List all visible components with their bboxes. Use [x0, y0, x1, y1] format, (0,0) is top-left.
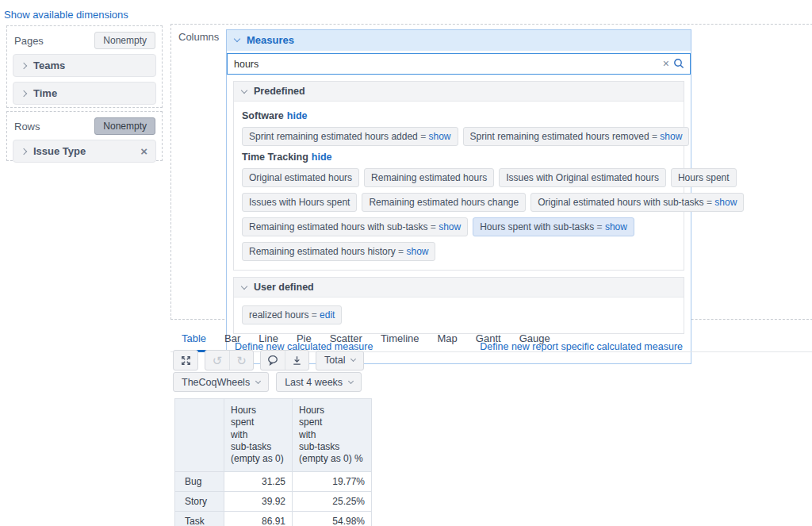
tab-pie[interactable]: Pie: [295, 327, 313, 352]
equals-sign: =: [594, 221, 605, 232]
measure-chip[interactable]: Remaining estimated hours with sub-tasks…: [242, 217, 468, 236]
search-icon[interactable]: [672, 57, 685, 70]
measure-chip[interactable]: Issues with Original estimated hours: [499, 168, 666, 187]
section-header[interactable]: Predefined: [234, 82, 684, 102]
measures-section-user-defined: User definedrealized hours = edit: [233, 277, 684, 334]
rows-dimension-issue-type[interactable]: Issue Type×: [13, 140, 156, 163]
measure-group-heading: Time Trackinghide: [242, 152, 676, 163]
chevron-right-icon: [21, 148, 27, 154]
report-toolbar: ↺ ↻ Total: [173, 350, 364, 371]
comment-icon[interactable]: [261, 351, 285, 370]
clear-search-icon[interactable]: ×: [663, 57, 669, 70]
measure-chip[interactable]: Remaining estimated hours change: [362, 193, 526, 212]
total-dropdown[interactable]: Total: [316, 351, 364, 371]
tab-timeline[interactable]: Timeline: [379, 327, 421, 352]
equals-sign: =: [427, 221, 439, 232]
measure-chip[interactable]: Hours spent: [671, 168, 737, 187]
tab-map[interactable]: Map: [436, 327, 459, 352]
measure-edit-link[interactable]: edit: [320, 309, 335, 321]
group-hide-link[interactable]: hide: [287, 110, 308, 121]
measure-show-link[interactable]: show: [605, 221, 627, 232]
pages-nonempty-button[interactable]: Nonempty: [94, 32, 155, 49]
section-title: Predefined: [254, 86, 305, 97]
measure-show-link[interactable]: show: [714, 197, 737, 208]
chevron-right-icon: [21, 62, 27, 68]
measures-header[interactable]: Measures: [227, 30, 691, 51]
equals-sign: =: [704, 197, 715, 208]
table-row: Story39.9225.25%: [175, 491, 372, 511]
tab-table[interactable]: Table: [180, 327, 208, 352]
chip-row: Remaining estimated hours history = show: [242, 242, 676, 261]
undo-icon[interactable]: ↺: [205, 351, 229, 370]
equals-sign: =: [396, 246, 407, 257]
column-header: Hoursspentwithsub-tasks(empty as 0): [224, 399, 293, 472]
filter-dropdown-last-4-weeks[interactable]: Last 4 weeks: [276, 372, 362, 392]
section-body: SoftwarehideSprint remaining estimated h…: [234, 102, 684, 270]
pages-dimension-time[interactable]: Time: [13, 82, 156, 105]
chevron-down-icon: [348, 378, 354, 383]
table-row: Bug31.2519.77%: [175, 471, 372, 491]
columns-drop-area: Columns Measures × PredefinedSoftwarehid…: [170, 24, 812, 320]
measures-section-predefined: PredefinedSoftwarehideSprint remaining e…: [233, 81, 684, 271]
tab-gauge[interactable]: Gauge: [518, 327, 552, 352]
measure-chip[interactable]: Sprint remaining estimated hours added =…: [242, 127, 458, 146]
measure-chip[interactable]: Issues with Hours spent: [242, 193, 357, 212]
measure-chip[interactable]: Original estimated hours with sub-tasks …: [530, 193, 744, 212]
chip-row: Original estimated hoursRemaining estima…: [242, 168, 676, 187]
equals-sign: =: [418, 131, 429, 142]
measure-search-input[interactable]: [227, 53, 691, 75]
row-header: Task: [175, 511, 224, 526]
cell-value: 86.91: [224, 511, 293, 526]
view-tab-bar: TableBarLinePieScatterTimelineMapGanttGa…: [170, 327, 812, 352]
measure-show-link[interactable]: show: [428, 131, 450, 142]
equals-sign: =: [649, 131, 661, 142]
measure-show-link[interactable]: show: [406, 246, 428, 257]
cell-value: 39.92: [224, 491, 293, 511]
expand-icon[interactable]: [174, 351, 197, 370]
filter-label: TheCoqWheels: [182, 377, 250, 388]
measure-chip[interactable]: realized hours = edit: [242, 305, 342, 324]
remove-dimension-icon[interactable]: ×: [140, 145, 147, 157]
row-header: Story: [175, 491, 224, 511]
pages-dimension-teams[interactable]: Teams: [13, 54, 156, 77]
measure-chip[interactable]: Hours spent with sub-tasks = show: [473, 217, 634, 236]
measure-show-link[interactable]: show: [660, 131, 682, 142]
measure-chip[interactable]: Original estimated hours: [242, 168, 359, 187]
tab-gantt[interactable]: Gantt: [474, 327, 503, 352]
tab-line[interactable]: Line: [257, 327, 280, 352]
columns-title: Columns: [178, 31, 219, 43]
section-header[interactable]: User defined: [234, 278, 684, 298]
measures-title: Measures: [247, 34, 294, 46]
chip-row: Remaining estimated hours with sub-tasks…: [242, 217, 676, 236]
equals-sign: =: [308, 309, 320, 321]
show-available-dimensions-link[interactable]: Show available dimensions: [4, 9, 128, 21]
chevron-down-icon: [241, 86, 247, 93]
tab-scatter[interactable]: Scatter: [328, 327, 364, 352]
dimension-label: Time: [33, 87, 57, 99]
cell-value: 19.77%: [293, 471, 372, 491]
filter-dropdown-thecoqwheels[interactable]: TheCoqWheels: [173, 372, 269, 392]
report-table: Hoursspentwithsub-tasks(empty as 0)Hours…: [174, 398, 372, 526]
dimension-label: Issue Type: [33, 145, 86, 157]
measure-show-link[interactable]: show: [439, 221, 461, 232]
chevron-down-icon: [234, 36, 240, 42]
rows-panel: Rows Nonempty Issue Type×: [6, 111, 163, 161]
group-hide-link[interactable]: hide: [312, 152, 332, 163]
pages-title: Pages: [14, 35, 44, 47]
export-icon[interactable]: [285, 351, 308, 370]
page-filters: TheCoqWheelsLast 4 weeks: [173, 372, 362, 392]
row-header: Bug: [175, 471, 224, 491]
chevron-down-icon: [350, 356, 356, 362]
chevron-down-icon: [241, 282, 247, 289]
table-row: Task86.9154.98%: [175, 511, 372, 526]
section-title: User defined: [254, 282, 314, 293]
measure-chip[interactable]: Remaining estimated hours: [364, 168, 494, 187]
cell-value: 25.25%: [293, 491, 372, 511]
tab-bar[interactable]: Bar: [223, 327, 242, 352]
chip-row: realized hours = edit: [242, 305, 676, 324]
measure-chip[interactable]: Sprint remaining estimated hours removed…: [463, 127, 690, 146]
measure-group-heading: Softwarehide: [242, 110, 676, 121]
measure-chip[interactable]: Remaining estimated hours history = show: [242, 242, 435, 261]
redo-icon[interactable]: ↻: [229, 351, 253, 370]
rows-nonempty-button[interactable]: Nonempty: [94, 117, 155, 135]
